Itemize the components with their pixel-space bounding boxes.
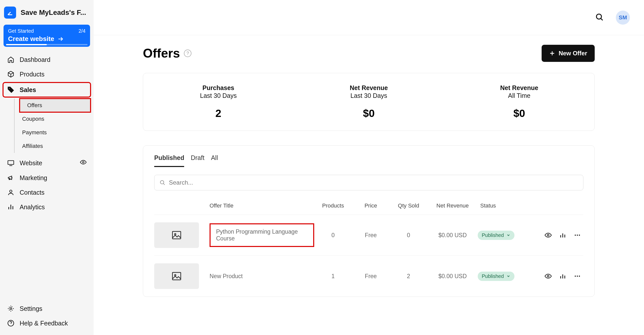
svg-point-10 (547, 234, 549, 236)
svg-point-3 (10, 190, 12, 192)
svg-point-18 (577, 276, 578, 277)
new-offer-button[interactable]: New Offer (542, 45, 595, 62)
offer-title: Python Programming Language Course (216, 228, 298, 242)
stat-net-30: Net Revenue Last 30 Days $0 (294, 84, 444, 119)
search-button[interactable] (595, 13, 604, 22)
svg-point-6 (596, 14, 601, 19)
row-actions (528, 232, 583, 239)
get-started-card[interactable]: Get Started 2/4 Create website (4, 25, 90, 47)
brand-logo[interactable] (4, 7, 16, 19)
eye-icon[interactable] (545, 232, 552, 239)
offer-title-cell: Python Programming Language Course (210, 223, 314, 247)
page-title-wrap: Offers ? (143, 46, 191, 61)
sidebar-item-dashboard[interactable]: Dashboard (3, 52, 91, 67)
sidebar-item-analytics[interactable]: Analytics (3, 200, 91, 214)
box-icon (7, 70, 15, 78)
stat-net-all: Net Revenue All Time $0 (444, 84, 594, 119)
col-qty: Qty Sold (390, 202, 427, 209)
more-icon[interactable] (574, 273, 581, 280)
svg-point-11 (575, 235, 576, 236)
sidebar-label-dashboard: Dashboard (20, 56, 50, 63)
status-label: Published (482, 273, 504, 279)
sidebar-item-products[interactable]: Products (3, 67, 91, 81)
svg-point-16 (547, 275, 549, 277)
bar-chart-icon[interactable] (559, 232, 566, 239)
megaphone-icon (7, 174, 15, 182)
page-title: Offers (143, 46, 180, 61)
stat-label: Purchases (143, 84, 294, 92)
search-icon (159, 180, 165, 186)
sidebar-item-contacts[interactable]: Contacts (3, 185, 91, 200)
offer-net: $0.00 USD (427, 232, 478, 239)
table-header: Offer Title Products Price Qty Sold Net … (154, 197, 583, 215)
chevron-down-icon (506, 233, 510, 237)
table-row[interactable]: New Product 1 Free 2 $0.00 USD Published (154, 256, 583, 297)
stat-value: $0 (444, 107, 594, 119)
sidebar-item-sales[interactable]: Sales (3, 82, 91, 97)
avatar[interactable]: SM (616, 11, 630, 25)
subnav-item-payments[interactable]: Payments (15, 126, 91, 139)
subnav-label-offers: Offers (27, 102, 42, 108)
image-icon (171, 271, 182, 282)
offers-table: Offer Title Products Price Qty Sold Net … (154, 197, 583, 297)
get-started-label: Get Started (8, 28, 34, 34)
offers-list-card: Published Draft All Offer Title Products… (143, 145, 595, 297)
sales-subnav: Offers Coupons Payments Affiliates (14, 99, 91, 153)
more-icon[interactable] (574, 232, 581, 239)
sidebar-label-settings: Settings (20, 305, 42, 312)
help-icon (7, 319, 15, 327)
home-icon (7, 56, 15, 63)
page-header: Offers ? New Offer (143, 45, 595, 62)
brand-row: Save MyLeads's F... (3, 5, 91, 23)
status-badge[interactable]: Published (478, 231, 514, 240)
col-title: Offer Title (210, 202, 314, 209)
sidebar-label-analytics: Analytics (20, 203, 45, 211)
bar-chart-icon[interactable] (559, 273, 566, 280)
help-tooltip-icon[interactable]: ? (184, 50, 191, 57)
tab-draft[interactable]: Draft (191, 154, 204, 167)
subnav-label-coupons: Coupons (22, 116, 44, 122)
search-input[interactable] (169, 179, 578, 186)
get-started-cta: Create website (8, 35, 54, 43)
new-offer-label: New Offer (559, 50, 587, 57)
tab-all[interactable]: All (211, 154, 218, 167)
gear-icon (7, 305, 15, 312)
sidebar-item-website[interactable]: Website (3, 155, 91, 171)
table-row[interactable]: Python Programming Language Course 0 Fre… (154, 215, 583, 256)
preview-icon[interactable] (80, 159, 87, 167)
offer-net: $0.00 USD (427, 273, 478, 280)
sidebar-label-website: Website (20, 159, 42, 167)
col-status: Status (478, 202, 528, 209)
tab-published[interactable]: Published (154, 154, 184, 167)
stat-sublabel: All Time (444, 92, 594, 99)
sidebar-label-help: Help & Feedback (20, 320, 68, 327)
sidebar-item-help[interactable]: Help & Feedback (3, 316, 91, 330)
subnav-label-affiliates: Affiliates (22, 143, 43, 149)
sidebar-item-settings[interactable]: Settings (3, 301, 91, 316)
arrow-right-icon (57, 36, 64, 42)
offer-products: 0 (314, 232, 352, 239)
subnav-label-payments: Payments (22, 129, 47, 136)
sidebar: Save MyLeads's F... Get Started 2/4 Crea… (0, 0, 94, 335)
main: SM Offers ? New Offer Purchases Last 30 … (94, 0, 644, 335)
offer-title-highlight: Python Programming Language Course (210, 223, 314, 247)
plus-icon (549, 50, 555, 56)
svg-point-4 (10, 308, 12, 310)
subnav-item-affiliates[interactable]: Affiliates (15, 139, 91, 153)
stat-label: Net Revenue (444, 84, 594, 92)
svg-point-7 (160, 181, 164, 184)
topbar: SM (94, 0, 644, 35)
sidebar-item-marketing[interactable]: Marketing (3, 171, 91, 185)
stat-purchases: Purchases Last 30 Days 2 (143, 84, 294, 119)
search-field[interactable] (154, 175, 583, 190)
stat-value: $0 (294, 107, 444, 119)
col-net: Net Revenue (427, 202, 478, 209)
offer-price: Free (352, 273, 390, 280)
subnav-item-offers[interactable]: Offers (20, 99, 91, 112)
status-badge[interactable]: Published (478, 272, 514, 281)
subnav-item-coupons[interactable]: Coupons (15, 112, 91, 126)
offer-products: 1 (314, 273, 352, 280)
row-actions (528, 273, 583, 280)
eye-icon[interactable] (545, 273, 552, 280)
col-price: Price (352, 202, 390, 209)
